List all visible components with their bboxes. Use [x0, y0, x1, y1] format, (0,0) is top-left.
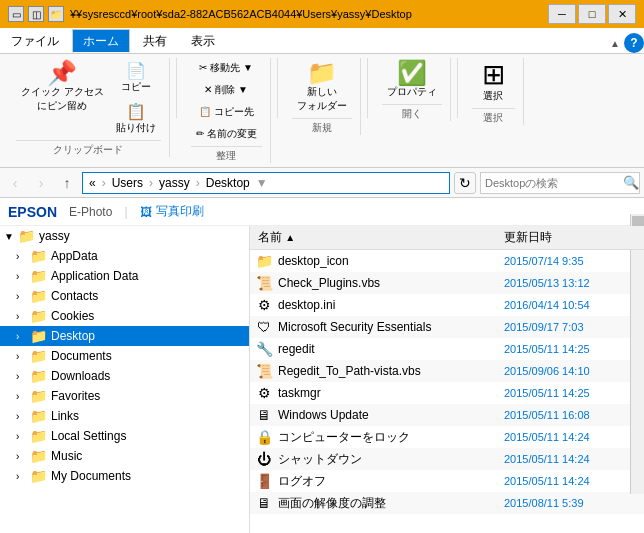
address-path[interactable]: « › Users › yassy › Desktop ▼: [82, 172, 450, 194]
title-btn-2[interactable]: ◫: [28, 6, 44, 22]
sidebar-item-downloads[interactable]: › 📁 Downloads: [0, 366, 249, 386]
back-button[interactable]: ‹: [4, 172, 26, 194]
copyto-button[interactable]: 📋 コピー先: [191, 102, 262, 122]
ribbon-collapse[interactable]: ▲: [610, 38, 620, 49]
paste-button[interactable]: 📋 貼り付け: [111, 99, 161, 138]
minimize-button[interactable]: ─: [548, 4, 576, 24]
sep3: [367, 58, 368, 118]
expand-arrow-desktop: ›: [16, 331, 28, 342]
sidebar-item-appdata[interactable]: › 📁 AppData: [0, 246, 249, 266]
sidebar-item-favorites[interactable]: › 📁 Favorites: [0, 386, 249, 406]
maximize-button[interactable]: □: [578, 4, 606, 24]
select-icon: ⊞: [482, 61, 505, 89]
sidebar-item-local-settings[interactable]: › 📁 Local Settings: [0, 426, 249, 446]
file-date: 2015/05/11 14:24: [500, 431, 640, 443]
file-name: Regedit_To_Path-vista.vbs: [274, 364, 500, 378]
title-btn-1[interactable]: ▭: [8, 6, 24, 22]
rename-button[interactable]: ✏ 名前の変更: [191, 124, 262, 144]
file-icon: 📜: [254, 275, 274, 291]
file-date: 2015/05/11 14:24: [500, 475, 640, 487]
photo-print-link[interactable]: 🖼 🖼 写真印刷 写真印刷: [140, 203, 204, 220]
folder-icon-local-settings: 📁: [30, 428, 47, 444]
ribbon-right: ▲ ?: [610, 33, 644, 53]
path-part-users[interactable]: Users: [110, 176, 145, 190]
properties-button[interactable]: ✅ プロパティ: [382, 58, 442, 102]
sidebar-item-contacts[interactable]: › 📁 Contacts: [0, 286, 249, 306]
search-input[interactable]: [485, 177, 623, 189]
file-name: コンピューターをロック: [274, 429, 500, 446]
tab-file[interactable]: ファイル: [0, 29, 70, 53]
title-controls: ▭ ◫ 📁: [8, 6, 64, 22]
sidebar-item-my-documents[interactable]: › 📁 My Documents: [0, 466, 249, 486]
table-row[interactable]: ⚙ taskmgr 2015/05/11 14:25: [250, 382, 644, 404]
expand-arrow-favorites: ›: [16, 391, 28, 402]
table-row[interactable]: 🖥 Windows Update 2015/05/11 16:08: [250, 404, 644, 426]
select-group: ⊞ 選択 選択: [464, 58, 524, 125]
file-name: taskmgr: [274, 386, 500, 400]
sidebar-item-yassy[interactable]: ▼ 📁 yassy: [0, 226, 249, 246]
refresh-button[interactable]: ↻: [454, 172, 476, 194]
file-name: ログオフ: [274, 473, 500, 490]
expand-arrow-links: ›: [16, 411, 28, 422]
ribbon-content: 📌 クイック アクセス にピン留め 📄 コピー 📋 貼り付け クリップボード: [0, 54, 644, 167]
table-row[interactable]: ⚙ desktop.ini 2016/04/14 10:54: [250, 294, 644, 316]
folder-icon-links: 📁: [30, 408, 47, 424]
path-part-yassy[interactable]: yassy: [157, 176, 192, 190]
col-date-header[interactable]: 更新日時: [500, 229, 640, 246]
sidebar-item-desktop[interactable]: › 📁 Desktop: [0, 326, 249, 346]
delete-button[interactable]: ✕ 削除 ▼: [191, 80, 262, 100]
table-row[interactable]: 🖥 画面の解像度の調整 2015/08/11 5:39: [250, 492, 644, 514]
table-row[interactable]: 📜 Check_Plugins.vbs 2015/05/13 13:12: [250, 272, 644, 294]
copy-icon: 📄: [126, 61, 146, 80]
sidebar-scroll[interactable]: ▼ 📁 yassy › 📁 AppData › 📁 Application Da…: [0, 226, 249, 533]
table-row[interactable]: 📜 Regedit_To_Path-vista.vbs 2015/09/06 1…: [250, 360, 644, 382]
up-button[interactable]: ↑: [56, 172, 78, 194]
select-button[interactable]: ⊞ 選択: [473, 58, 513, 106]
expand-arrow-yassy: ▼: [4, 231, 16, 242]
paste-icon: 📋: [126, 102, 146, 121]
sidebar-item-music[interactable]: › 📁 Music: [0, 446, 249, 466]
close-button[interactable]: ✕: [608, 4, 636, 24]
organize-label: 整理: [191, 146, 262, 163]
expand-arrow-contacts: ›: [16, 291, 28, 302]
search-icon[interactable]: 🔍: [623, 175, 639, 190]
help-button[interactable]: ?: [624, 33, 644, 53]
expand-arrow-appdata2: ›: [16, 271, 28, 282]
new-folder-button[interactable]: 📁 新しい フォルダー: [292, 58, 352, 116]
tab-view[interactable]: 表示: [180, 29, 226, 53]
clipboard-items: 📌 クイック アクセス にピン留め 📄 コピー 📋 貼り付け: [16, 58, 161, 138]
file-name: desktop_icon: [274, 254, 500, 268]
path-part-desktop[interactable]: Desktop: [204, 176, 252, 190]
forward-button[interactable]: ›: [30, 172, 52, 194]
file-date: 2015/05/11 14:24: [500, 453, 640, 465]
copy-button[interactable]: 📄 コピー: [111, 58, 161, 97]
file-date: 2015/07/14 9:35: [500, 255, 640, 267]
sidebar-item-links[interactable]: › 📁 Links: [0, 406, 249, 426]
table-row[interactable]: 🔧 regedit 2015/05/11 14:25: [250, 338, 644, 360]
path-part-root[interactable]: «: [87, 176, 98, 190]
sidebar-item-documents[interactable]: › 📁 Documents: [0, 346, 249, 366]
table-row[interactable]: ⏻ シャットダウン 2015/05/11 14:24: [250, 448, 644, 470]
sidebar-item-cookies[interactable]: › 📁 Cookies: [0, 306, 249, 326]
tab-share[interactable]: 共有: [132, 29, 178, 53]
file-date: 2015/09/06 14:10: [500, 365, 640, 377]
folder-icon-music: 📁: [30, 448, 47, 464]
table-row[interactable]: 🚪 ログオフ 2015/05/11 14:24: [250, 470, 644, 492]
pin-button[interactable]: 📌 クイック アクセス にピン留め: [16, 58, 109, 116]
sidebar-item-application-data[interactable]: › 📁 Application Data: [0, 266, 249, 286]
file-name: regedit: [274, 342, 500, 356]
file-date: 2015/08/11 5:39: [500, 497, 640, 509]
file-icon: ⚙: [254, 385, 274, 401]
file-icon: 🖥: [254, 407, 274, 423]
table-row[interactable]: 🔒 コンピューターをロック 2015/05/11 14:24: [250, 426, 644, 448]
title-btn-3[interactable]: 📁: [48, 6, 64, 22]
col-name-header[interactable]: 名前 ▲: [254, 229, 500, 246]
tab-home[interactable]: ホーム: [72, 29, 130, 53]
table-row[interactable]: 📁 desktop_icon 2015/07/14 9:35: [250, 250, 644, 272]
app-name: E-Photo: [69, 205, 112, 219]
title-bar: ▭ ◫ 📁 ¥¥sysresccd¥root¥sda2-882ACB562ACB…: [0, 0, 644, 28]
table-row[interactable]: 🛡 Microsoft Security Essentials 2015/09/…: [250, 316, 644, 338]
file-icon: 📁: [254, 253, 274, 269]
move-button[interactable]: ✂ 移動先 ▼: [191, 58, 262, 78]
title-text: ¥¥sysresccd¥root¥sda2-882ACB562ACB4044¥U…: [70, 8, 542, 20]
